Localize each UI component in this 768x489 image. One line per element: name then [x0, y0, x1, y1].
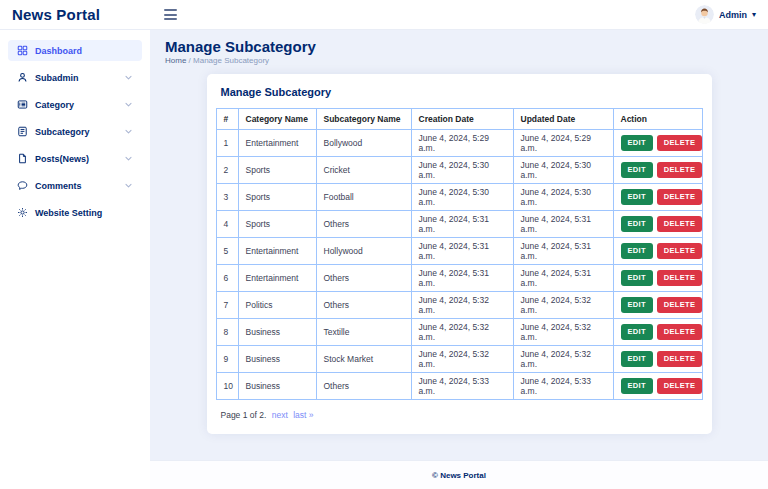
- row-creation-date: June 4, 2024, 5:30 a.m.: [411, 157, 513, 184]
- col-header-num: #: [216, 109, 238, 130]
- row-actions: EDIT DELETE: [613, 157, 702, 184]
- gear-icon: [17, 207, 28, 218]
- edit-button[interactable]: EDIT: [621, 135, 653, 151]
- journal-icon: [17, 126, 28, 137]
- delete-button[interactable]: DELETE: [657, 135, 702, 151]
- sidebar-item-dashboard[interactable]: Dashboard: [8, 40, 142, 61]
- main-content: Manage Subcategory Home / Manage Subcate…: [150, 30, 768, 460]
- chevron-down-icon: [124, 127, 133, 136]
- col-header-creation-date: Creation Date: [411, 109, 513, 130]
- delete-button[interactable]: DELETE: [657, 243, 702, 259]
- row-subcategory-name: Hollywood: [316, 238, 411, 265]
- delete-button[interactable]: DELETE: [657, 189, 702, 205]
- row-category-name: Entertainment: [238, 130, 316, 157]
- file-icon: [17, 153, 28, 164]
- row-number: 9: [216, 346, 238, 373]
- sidebar-item-posts-news[interactable]: Posts(News): [8, 148, 142, 169]
- row-actions: EDIT DELETE: [613, 211, 702, 238]
- sidebar-item-subadmin[interactable]: Subadmin: [8, 67, 142, 88]
- delete-button[interactable]: DELETE: [657, 297, 702, 313]
- breadcrumb-separator: /: [189, 56, 191, 65]
- chat-icon: [17, 180, 28, 191]
- admin-dropdown[interactable]: Admin ▾: [695, 5, 756, 24]
- delete-button[interactable]: DELETE: [657, 162, 702, 178]
- chevron-down-icon: [124, 100, 133, 109]
- row-creation-date: June 4, 2024, 5:30 a.m.: [411, 184, 513, 211]
- subcategory-table: # Category Name Subcategory Name Creatio…: [216, 108, 703, 400]
- table-row: 2 Sports Cricket June 4, 2024, 5:30 a.m.…: [216, 157, 702, 184]
- sidebar-item-category[interactable]: Category: [8, 94, 142, 115]
- breadcrumb-current: Manage Subcategory: [193, 56, 269, 65]
- pagination-next-link[interactable]: next: [272, 410, 288, 420]
- row-updated-date: June 4, 2024, 5:32 a.m.: [513, 292, 613, 319]
- row-updated-date: June 4, 2024, 5:30 a.m.: [513, 184, 613, 211]
- edit-button[interactable]: EDIT: [621, 297, 653, 313]
- edit-button[interactable]: EDIT: [621, 378, 653, 394]
- table-row: 3 Sports Football June 4, 2024, 5:30 a.m…: [216, 184, 702, 211]
- caret-down-icon: ▾: [752, 11, 756, 19]
- breadcrumb: Home / Manage Subcategory: [165, 56, 768, 65]
- delete-button[interactable]: DELETE: [657, 270, 702, 286]
- row-updated-date: June 4, 2024, 5:32 a.m.: [513, 319, 613, 346]
- row-subcategory-name: Stock Market: [316, 346, 411, 373]
- delete-button[interactable]: DELETE: [657, 378, 702, 394]
- table-row: 7 Politics Others June 4, 2024, 5:32 a.m…: [216, 292, 702, 319]
- delete-button[interactable]: DELETE: [657, 216, 702, 232]
- row-actions: EDIT DELETE: [613, 130, 702, 157]
- page-title: Manage Subcategory: [165, 38, 768, 55]
- row-number: 3: [216, 184, 238, 211]
- row-creation-date: June 4, 2024, 5:33 a.m.: [411, 373, 513, 400]
- edit-button[interactable]: EDIT: [621, 162, 653, 178]
- row-number: 1: [216, 130, 238, 157]
- chevron-down-icon: [124, 181, 133, 190]
- row-category-name: Sports: [238, 184, 316, 211]
- sidebar-item-comments[interactable]: Comments: [8, 175, 142, 196]
- row-number: 6: [216, 265, 238, 292]
- row-creation-date: June 4, 2024, 5:32 a.m.: [411, 319, 513, 346]
- row-subcategory-name: Others: [316, 211, 411, 238]
- edit-button[interactable]: EDIT: [621, 351, 653, 367]
- delete-button[interactable]: DELETE: [657, 351, 702, 367]
- row-category-name: Sports: [238, 211, 316, 238]
- card-list-icon: [17, 99, 28, 110]
- table-row: 6 Entertainment Others June 4, 2024, 5:3…: [216, 265, 702, 292]
- row-subcategory-name: Others: [316, 373, 411, 400]
- edit-button[interactable]: EDIT: [621, 270, 653, 286]
- row-category-name: Sports: [238, 157, 316, 184]
- table-row: 4 Sports Others June 4, 2024, 5:31 a.m. …: [216, 211, 702, 238]
- row-category-name: Business: [238, 319, 316, 346]
- sidebar-item-website-setting[interactable]: Website Setting: [8, 202, 142, 223]
- edit-button[interactable]: EDIT: [621, 243, 653, 259]
- edit-button[interactable]: EDIT: [621, 324, 653, 340]
- row-updated-date: June 4, 2024, 5:31 a.m.: [513, 211, 613, 238]
- pagination-status: Page 1 of 2.: [221, 410, 267, 420]
- sidebar-item-subcategory[interactable]: Subcategory: [8, 121, 142, 142]
- row-updated-date: June 4, 2024, 5:31 a.m.: [513, 238, 613, 265]
- row-creation-date: June 4, 2024, 5:31 a.m.: [411, 238, 513, 265]
- row-number: 5: [216, 238, 238, 265]
- row-category-name: Business: [238, 373, 316, 400]
- row-creation-date: June 4, 2024, 5:31 a.m.: [411, 211, 513, 238]
- delete-button[interactable]: DELETE: [657, 324, 702, 340]
- brand-logo[interactable]: News Portal: [12, 6, 152, 23]
- edit-button[interactable]: EDIT: [621, 189, 653, 205]
- footer: © News Portal: [150, 460, 768, 489]
- row-creation-date: June 4, 2024, 5:32 a.m.: [411, 346, 513, 373]
- pagination-last-link[interactable]: last »: [293, 410, 313, 420]
- row-actions: EDIT DELETE: [613, 238, 702, 265]
- person-icon: [17, 72, 28, 83]
- row-category-name: Politics: [238, 292, 316, 319]
- chevron-down-icon: [124, 154, 133, 163]
- row-creation-date: June 4, 2024, 5:32 a.m.: [411, 292, 513, 319]
- row-updated-date: June 4, 2024, 5:33 a.m.: [513, 373, 613, 400]
- breadcrumb-home-link[interactable]: Home: [165, 56, 186, 65]
- row-creation-date: June 4, 2024, 5:29 a.m.: [411, 130, 513, 157]
- card-title: Manage Subcategory: [221, 86, 698, 98]
- col-header-subcategory: Subcategory Name: [316, 109, 411, 130]
- row-updated-date: June 4, 2024, 5:32 a.m.: [513, 346, 613, 373]
- row-category-name: Entertainment: [238, 265, 316, 292]
- edit-button[interactable]: EDIT: [621, 216, 653, 232]
- row-category-name: Entertainment: [238, 238, 316, 265]
- hamburger-menu-icon[interactable]: [161, 6, 180, 23]
- row-actions: EDIT DELETE: [613, 184, 702, 211]
